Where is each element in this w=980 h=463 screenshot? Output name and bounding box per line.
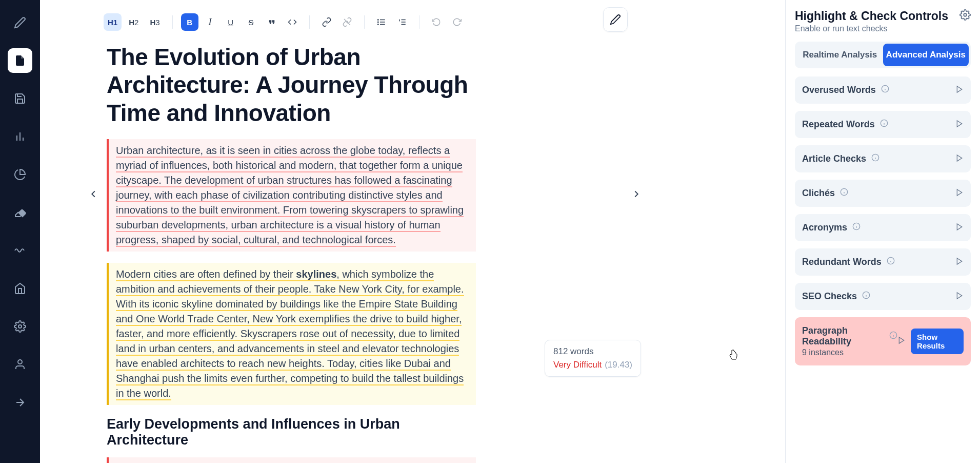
info-icon[interactable]: [889, 331, 897, 342]
redo-button[interactable]: [448, 13, 466, 31]
play-icon[interactable]: [955, 223, 964, 233]
paragraph[interactable]: Urban architecture, as it is seen in cit…: [107, 139, 476, 252]
paragraph[interactable]: In the past, urban architecture was heav…: [107, 457, 476, 463]
svg-marker-32: [957, 189, 962, 196]
panel-title: Highlight & Check Controls: [795, 9, 948, 23]
word-count: 812 words: [553, 346, 632, 357]
readability-stats: 812 words Very Difficult(19.43): [545, 340, 641, 377]
info-icon[interactable]: [881, 85, 889, 95]
toolbar-divider: [309, 15, 310, 29]
svg-marker-28: [957, 155, 962, 161]
check-label: Redundant Words: [802, 257, 882, 267]
formatting-toolbar: H1 H2 H3 B I U S: [40, 0, 785, 38]
analysis-tabs: Realtime Analysis Advanced Analysis: [795, 42, 971, 68]
info-icon[interactable]: [880, 119, 888, 130]
svg-marker-36: [957, 224, 962, 230]
panel-settings-icon[interactable]: [959, 9, 971, 23]
document-heading2[interactable]: Early Developments and Influences in Urb…: [107, 416, 476, 448]
info-icon[interactable]: [852, 222, 861, 233]
unlink-button[interactable]: [338, 13, 356, 31]
svg-point-10: [377, 20, 378, 21]
check-article-checks[interactable]: Article Checks: [795, 145, 971, 172]
pie-chart-icon[interactable]: [8, 162, 32, 187]
bold-button[interactable]: B: [181, 13, 198, 31]
bar-chart-icon[interactable]: [8, 124, 32, 149]
underline-button[interactable]: U: [222, 13, 239, 31]
heading1-button[interactable]: H1: [104, 13, 122, 31]
heading2-button[interactable]: H2: [125, 13, 143, 31]
bullet-list-button[interactable]: [373, 13, 390, 31]
check-instances: 9 instances: [802, 348, 844, 357]
check-overused-words[interactable]: Overused Words: [795, 76, 971, 104]
svg-point-12: [377, 24, 378, 25]
user-icon[interactable]: [8, 352, 32, 377]
check-paragraph-readability[interactable]: Paragraph Readability 9 instances Show R…: [795, 317, 971, 365]
svg-marker-40: [957, 258, 962, 264]
play-icon[interactable]: [897, 336, 906, 346]
h1-label: H1: [108, 18, 117, 27]
check-label: Repeated Words: [802, 119, 875, 130]
check-label: Article Checks: [802, 153, 866, 164]
check-acronyms[interactable]: Acronyms: [795, 214, 971, 241]
pencil-icon[interactable]: [8, 10, 32, 35]
difficulty-label: Very Difficult: [553, 360, 602, 370]
toolbar-divider: [364, 15, 365, 29]
save-icon[interactable]: [8, 86, 32, 111]
document-content[interactable]: The Evolution of Urban Architecture: A J…: [40, 38, 578, 463]
nav-prev-button[interactable]: [84, 185, 103, 203]
panel-subtitle: Enable or run text checks: [795, 24, 948, 33]
toolbar-divider: [419, 15, 419, 29]
highlighter-icon[interactable]: [8, 200, 32, 225]
check-label: Acronyms: [802, 222, 847, 233]
main-editor: H1 H2 H3 B I U S The Evolution of Urban …: [40, 0, 785, 463]
check-cliches[interactable]: Clichés: [795, 180, 971, 207]
heading3-button[interactable]: H3: [146, 13, 164, 31]
paragraph[interactable]: Modern cities are often defined by their…: [107, 263, 476, 405]
settings-icon[interactable]: [8, 314, 32, 339]
check-repeated-words[interactable]: Repeated Words: [795, 111, 971, 138]
show-results-button[interactable]: Show Results: [911, 329, 964, 354]
document-icon[interactable]: [8, 48, 32, 73]
play-icon[interactable]: [955, 85, 964, 95]
play-icon[interactable]: [955, 292, 964, 302]
play-icon[interactable]: [955, 188, 964, 199]
left-sidebar: [0, 0, 40, 463]
info-icon[interactable]: [862, 291, 870, 302]
ordered-list-button[interactable]: [393, 13, 411, 31]
edit-mode-button[interactable]: [603, 7, 628, 32]
play-icon[interactable]: [955, 120, 964, 130]
svg-point-4: [18, 360, 22, 364]
play-icon[interactable]: [955, 154, 964, 164]
home-icon[interactable]: [8, 276, 32, 301]
svg-marker-48: [899, 337, 904, 343]
tab-realtime[interactable]: Realtime Analysis: [797, 44, 883, 66]
link-button[interactable]: [318, 13, 335, 31]
italic-button[interactable]: I: [202, 13, 219, 31]
info-icon[interactable]: [887, 257, 895, 267]
arrow-right-icon[interactable]: [8, 390, 32, 415]
right-panel: Highlight & Check Controls Enable or run…: [785, 0, 980, 463]
svg-marker-20: [957, 86, 962, 92]
svg-point-3: [18, 325, 22, 328]
undo-button[interactable]: [428, 13, 445, 31]
play-icon[interactable]: [955, 257, 964, 267]
tab-advanced[interactable]: Advanced Analysis: [883, 44, 969, 66]
toolbar-divider: [172, 15, 173, 29]
info-icon[interactable]: [840, 188, 848, 199]
svg-point-11: [377, 22, 378, 23]
check-redundant-words[interactable]: Redundant Words: [795, 248, 971, 276]
check-seo-checks[interactable]: SEO Checks: [795, 283, 971, 310]
svg-marker-44: [957, 293, 962, 299]
paragraph-text: Urban architecture, as it is seen in cit…: [116, 145, 464, 247]
document-title[interactable]: The Evolution of Urban Architecture: A J…: [107, 43, 476, 127]
strikethrough-button[interactable]: S: [243, 13, 260, 31]
quote-button[interactable]: [263, 13, 281, 31]
code-button[interactable]: [284, 13, 301, 31]
svg-point-16: [964, 13, 967, 16]
check-label: Overused Words: [802, 85, 876, 95]
nav-next-button[interactable]: [627, 185, 646, 203]
check-label: Clichés: [802, 188, 835, 199]
readability-score: (19.43): [605, 360, 632, 370]
wave-icon[interactable]: [8, 238, 32, 263]
info-icon[interactable]: [871, 153, 879, 164]
